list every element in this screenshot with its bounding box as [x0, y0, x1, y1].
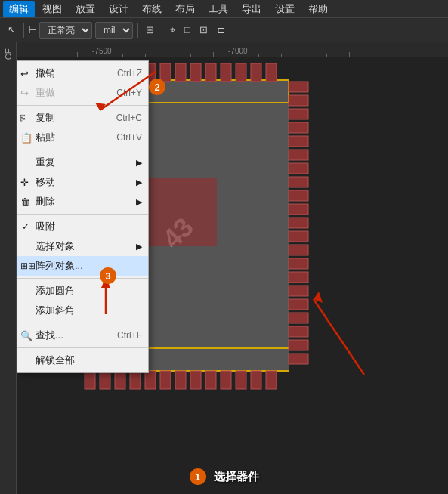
menu-item-shortcut-undo: Ctrl+Z [102, 68, 142, 79]
menu-item-shortcut-copy: Ctrl+C [101, 113, 142, 123]
edit-dropdown-menu: ↩ 撤销 Ctrl+Z ↪ 重做 Ctrl+Y ⎘ 复制 Ctrl+C 📋 粘贴 [17, 60, 149, 373]
menu-item-repeat[interactable]: 重复 ▶ [17, 153, 148, 172]
menubar: 编辑 视图 放置 设计 布线 布局 工具 导出 设置 帮助 [0, 0, 448, 18]
left-sidebar: CE [0, 42, 17, 494]
ruler-tick [236, 54, 236, 57]
menu-route[interactable]: 布线 [136, 1, 168, 17]
menu-item-paste[interactable]: 📋 粘贴 Ctrl+V [17, 128, 148, 147]
pad-right-3 [289, 109, 308, 119]
toolbar-pin-btn[interactable]: ⌖ [167, 23, 178, 38]
repeat-arrow-icon: ▶ [128, 158, 142, 168]
menu-divider-2 [17, 150, 148, 150]
ruler-top: -7500 -7000 [17, 42, 448, 57]
ruler-tick [100, 54, 100, 57]
toolbar-cursor-btn[interactable]: ↖ [5, 23, 19, 37]
pad-bot-4 [130, 371, 141, 389]
ruler-tick [349, 52, 350, 57]
menu-tools[interactable]: 工具 [202, 1, 234, 17]
pad-right-11 [289, 218, 308, 228]
pad-right-15 [289, 272, 308, 283]
menu-view[interactable]: 视图 [36, 1, 68, 17]
menu-edit[interactable]: 编辑 [3, 1, 35, 17]
pad-right-21 [289, 354, 308, 364]
pad-right-1 [289, 82, 308, 92]
canvas-area: -7500 -7000 [17, 42, 448, 494]
menu-item-snap[interactable]: ✓ 吸附 [17, 217, 148, 236]
menu-item-move[interactable]: ✛ 移动 ▶ [17, 172, 148, 192]
ruler-mark-1: -7500 [92, 47, 112, 55]
menu-help[interactable]: 帮助 [302, 1, 334, 17]
annotation-circle-1: 1 [190, 468, 206, 485]
menu-item-redo[interactable]: ↪ 重做 Ctrl+Y [17, 83, 148, 103]
pad-bot-6 [160, 371, 171, 389]
pad-bot-9 [205, 371, 216, 389]
undo-icon: ↩ [20, 68, 29, 79]
pad-right-9 [289, 190, 308, 201]
menu-item-undo[interactable]: ↩ 撤销 Ctrl+Z [17, 63, 148, 83]
menu-item-label-snap: 吸附 [36, 220, 55, 233]
menu-item-array[interactable]: ⊞⊞ 阵列对象... [17, 256, 148, 276]
pad-bot-10 [221, 371, 231, 389]
menu-divider-1 [17, 105, 148, 106]
pad-right-4 [289, 122, 308, 133]
pad-right-14 [289, 258, 308, 269]
menu-item-label-move: 移动 [36, 175, 55, 189]
menu-item-label-array: 阵列对象... [36, 259, 83, 273]
toolbar: ↖ ⊢ 正常亮 mil ⊞ ⌖ □ ⊡ ⊏ [0, 18, 448, 42]
menu-item-label-redo: 重做 [36, 86, 55, 100]
menu-place[interactable]: 放置 [70, 1, 101, 17]
annotation-3: 3 [100, 267, 116, 284]
ruler-tick [145, 54, 146, 57]
snap-check-icon: ✓ [22, 221, 29, 232]
toolbar-ruler-icon: ⊢ [29, 25, 36, 36]
pad-top-13 [266, 63, 277, 82]
menu-item-label-find: 查找... [36, 329, 63, 342]
menu-item-label-delete: 删除 [36, 195, 55, 208]
array-icon: ⊞⊞ [20, 261, 36, 271]
toolbar-separator-1 [23, 23, 24, 38]
annotation-2: 2 [149, 79, 165, 95]
menu-settings[interactable]: 设置 [269, 1, 301, 17]
ruler-tick [190, 54, 191, 57]
move-arrow-icon: ▶ [128, 178, 142, 187]
annotation-1-container: 1 选择器件 [0, 468, 448, 485]
pad-top-11 [236, 63, 246, 82]
menu-item-copy[interactable]: ⎘ 复制 Ctrl+C [17, 108, 148, 128]
menu-divider-4 [17, 278, 148, 279]
toolbar-image-btn[interactable]: ⊞ [143, 23, 157, 37]
menu-item-shortcut-redo: Ctrl+Y [101, 88, 142, 98]
pad-right-6 [289, 150, 308, 160]
delete-icon: 🗑 [20, 196, 30, 208]
toolbar-separator-3 [162, 23, 162, 38]
menu-layout[interactable]: 布局 [169, 1, 201, 17]
menu-export[interactable]: 导出 [236, 1, 267, 17]
menu-item-unlock[interactable]: 解锁全部 [17, 350, 148, 370]
delete-arrow-icon: ▶ [128, 197, 142, 207]
redo-icon: ↪ [20, 88, 29, 99]
menu-item-delete[interactable]: 🗑 删除 ▶ [17, 192, 148, 211]
menu-item-select[interactable]: 选择对象 ▶ [17, 236, 148, 256]
pad-right-20 [289, 340, 308, 350]
red-arrow-right-line [314, 299, 364, 375]
view-mode-select[interactable]: 正常亮 [39, 22, 92, 39]
toolbar-dotted-btn[interactable]: ⊡ [196, 23, 211, 37]
pad-bot-8 [190, 371, 201, 389]
menu-item-label-unlock: 解锁全部 [36, 354, 75, 367]
menu-item-fillet[interactable]: 添加圆角 [17, 281, 148, 301]
menu-item-label-select: 选择对象 [36, 239, 75, 253]
pad-right-18 [289, 313, 308, 323]
menu-item-chamfer[interactable]: 添加斜角 [17, 301, 148, 320]
unit-select[interactable]: mil [95, 22, 133, 39]
menu-item-label-undo: 撤销 [36, 66, 55, 80]
ruler-mark-2: -7000 [228, 47, 248, 55]
menu-divider-3 [17, 214, 148, 215]
menu-divider-5 [17, 323, 148, 323]
pad-top-9 [205, 63, 216, 82]
menu-item-find[interactable]: 🔍 查找... Ctrl+F [17, 326, 148, 345]
menu-item-label-repeat: 重复 [36, 156, 55, 169]
menu-design[interactable]: 设计 [103, 1, 134, 17]
pad-right-16 [289, 286, 308, 296]
ruler-tick [326, 54, 327, 57]
toolbar-corner-btn[interactable]: ⊏ [214, 23, 228, 37]
toolbar-rect-btn[interactable]: □ [181, 23, 193, 37]
